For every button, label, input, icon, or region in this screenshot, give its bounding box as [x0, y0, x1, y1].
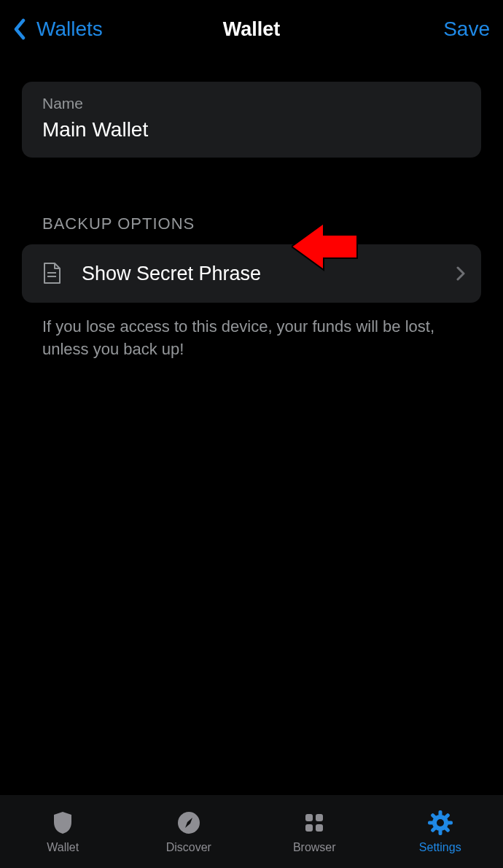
back-button[interactable]: Wallets	[13, 18, 103, 41]
gear-icon	[427, 810, 453, 836]
tab-bar: Wallet Discover Browser	[0, 795, 503, 868]
grid-icon	[301, 810, 327, 836]
shield-icon	[50, 810, 76, 836]
compass-icon	[176, 810, 202, 836]
show-secret-phrase-label: Show Secret Phrase	[82, 263, 456, 285]
svg-rect-12	[428, 821, 434, 824]
back-label: Wallets	[36, 18, 103, 41]
tab-settings-label: Settings	[419, 841, 461, 854]
chevron-right-icon	[456, 266, 465, 281]
svg-rect-6	[316, 814, 323, 821]
tab-discover-label: Discover	[166, 841, 211, 854]
backup-options-header: BACKUP OPTIONS	[22, 214, 481, 233]
tab-browser[interactable]: Browser	[252, 810, 378, 854]
wallet-name-label: Name	[42, 95, 461, 112]
svg-rect-7	[305, 824, 313, 832]
tab-wallet-label: Wallet	[47, 841, 79, 854]
tab-discover[interactable]: Discover	[126, 810, 252, 854]
svg-rect-10	[438, 810, 442, 816]
tab-browser-label: Browser	[293, 841, 336, 854]
document-icon	[42, 263, 61, 284]
svg-rect-11	[438, 829, 442, 835]
svg-point-18	[437, 819, 444, 826]
wallet-name-value: Main Wallet	[42, 118, 461, 142]
wallet-name-field[interactable]: Name Main Wallet	[22, 82, 481, 158]
chevron-left-icon	[13, 18, 26, 40]
backup-warning-text: If you lose access to this device, your …	[22, 303, 481, 361]
show-secret-phrase-row[interactable]: Show Secret Phrase	[22, 244, 481, 303]
svg-rect-5	[305, 814, 313, 821]
tab-settings[interactable]: Settings	[378, 810, 504, 854]
svg-rect-13	[447, 821, 453, 824]
content-area: Name Main Wallet BACKUP OPTIONS Show Sec…	[0, 58, 503, 361]
nav-bar: Wallets Wallet Save	[0, 0, 503, 58]
svg-rect-8	[316, 824, 323, 832]
save-button[interactable]: Save	[443, 18, 490, 41]
page-title: Wallet	[223, 18, 281, 41]
tab-wallet[interactable]: Wallet	[0, 810, 126, 854]
